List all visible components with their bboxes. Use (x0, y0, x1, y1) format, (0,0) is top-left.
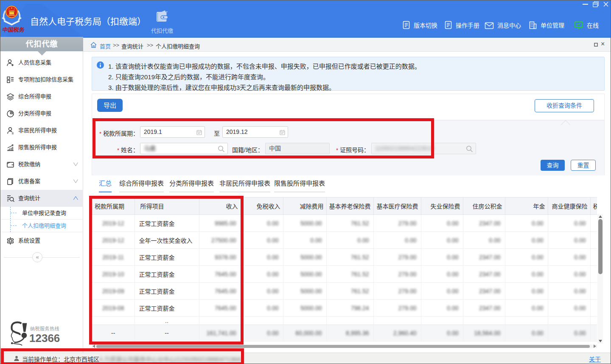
svg-text:中国税务: 中国税务 (2, 27, 25, 33)
